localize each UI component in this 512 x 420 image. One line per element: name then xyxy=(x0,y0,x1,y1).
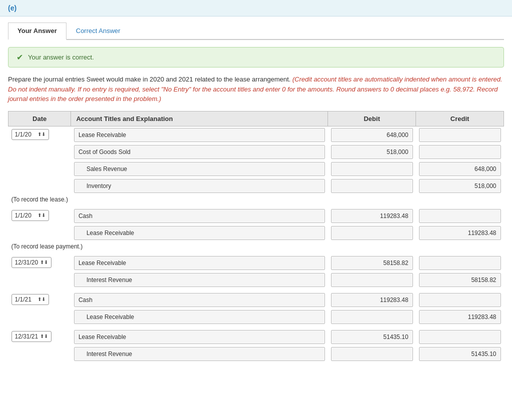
section-label: (e) xyxy=(8,4,16,12)
header-account: Account Titles and Explanation xyxy=(71,111,328,126)
account-cell: Cash xyxy=(71,208,328,224)
debit-input[interactable] xyxy=(331,226,413,240)
account-cell: Interest Revenue xyxy=(71,346,328,362)
tab-your-answer[interactable]: Your Answer xyxy=(8,22,66,40)
credit-cell: 518,000 xyxy=(416,178,504,194)
credit-input[interactable]: 51435.10 xyxy=(419,347,501,361)
credit-input[interactable] xyxy=(419,145,501,159)
checkmark-icon: ✔ xyxy=(16,52,23,62)
note-text: (To record lease payment.) xyxy=(8,242,504,252)
date-cell xyxy=(8,178,71,194)
account-input[interactable]: Lease Receivable xyxy=(74,330,325,344)
table-row: Interest Revenue58158.82 xyxy=(8,272,504,288)
account-input[interactable]: Lease Receivable xyxy=(74,226,325,240)
credit-input[interactable] xyxy=(419,293,501,307)
dropdown-arrow-icon: ⬆⬇ xyxy=(38,212,46,218)
note-text: (To record the lease.) xyxy=(8,194,504,204)
debit-cell: 58158.82 xyxy=(328,254,416,272)
credit-cell xyxy=(416,144,504,160)
date-cell xyxy=(8,160,71,178)
date-cell: 1/1/20⬆⬇ xyxy=(8,208,71,224)
credit-cell: 119283.48 xyxy=(416,308,504,326)
account-cell: Lease Receivable xyxy=(71,254,328,272)
debit-cell: 119283.48 xyxy=(328,292,416,308)
credit-input[interactable]: 648,000 xyxy=(419,162,501,176)
credit-input[interactable]: 518,000 xyxy=(419,179,501,193)
main-container: Your Answer Correct Answer ✔ Your answer… xyxy=(0,16,512,372)
debit-cell xyxy=(328,224,416,242)
account-input[interactable]: Cash xyxy=(74,209,325,223)
debit-input[interactable]: 58158.82 xyxy=(331,256,413,270)
debit-input[interactable]: 518,000 xyxy=(331,145,413,159)
debit-cell xyxy=(328,160,416,178)
account-input[interactable]: Sales Revenue xyxy=(74,162,325,176)
credit-input[interactable] xyxy=(419,256,501,270)
debit-input[interactable]: 51435.10 xyxy=(331,330,413,344)
table-row: Cost of Goods Sold518,000 xyxy=(8,144,504,160)
debit-input[interactable]: 648,000 xyxy=(331,128,413,142)
date-select[interactable]: 1/1/20⬆⬇ xyxy=(12,129,49,140)
date-select[interactable]: 1/1/20⬆⬇ xyxy=(12,210,49,221)
credit-input[interactable]: 119283.48 xyxy=(419,310,501,324)
debit-cell: 518,000 xyxy=(328,144,416,160)
account-input[interactable]: Inventory xyxy=(74,179,325,193)
success-message: Your answer is correct. xyxy=(28,54,94,61)
debit-cell: 51435.10 xyxy=(328,328,416,346)
table-row: 1/1/21⬆⬇Cash119283.48 xyxy=(8,292,504,308)
credit-input[interactable]: 58158.82 xyxy=(419,273,501,287)
credit-input[interactable] xyxy=(419,209,501,223)
debit-cell: 648,000 xyxy=(328,126,416,144)
debit-cell: 119283.48 xyxy=(328,208,416,224)
table-row: 1/1/20⬆⬇Cash119283.48 xyxy=(8,208,504,224)
note-row: (To record lease payment.) xyxy=(8,242,504,252)
account-input[interactable]: Cash xyxy=(74,293,325,307)
date-cell xyxy=(8,144,71,160)
date-select[interactable]: 12/31/20⬆⬇ xyxy=(12,257,52,268)
credit-input[interactable] xyxy=(419,330,501,344)
table-row: 12/31/21⬆⬇Lease Receivable51435.10 xyxy=(8,328,504,346)
account-cell: Inventory xyxy=(71,178,328,194)
account-input[interactable]: Lease Receivable xyxy=(74,310,325,324)
header-debit: Debit xyxy=(328,111,416,126)
credit-cell xyxy=(416,292,504,308)
account-input[interactable]: Interest Revenue xyxy=(74,347,325,361)
debit-input[interactable] xyxy=(331,179,413,193)
account-input[interactable]: Cost of Goods Sold xyxy=(74,145,325,159)
debit-cell xyxy=(328,308,416,326)
table-row: Interest Revenue51435.10 xyxy=(8,346,504,362)
date-cell: 12/31/20⬆⬇ xyxy=(8,254,71,272)
account-input[interactable]: Interest Revenue xyxy=(74,273,325,287)
credit-cell: 51435.10 xyxy=(416,346,504,362)
date-cell: 12/31/21⬆⬇ xyxy=(8,328,71,346)
dropdown-arrow-icon: ⬆⬇ xyxy=(40,334,48,339)
date-cell xyxy=(8,346,71,362)
credit-cell xyxy=(416,328,504,346)
debit-input[interactable] xyxy=(331,310,413,324)
success-banner: ✔ Your answer is correct. xyxy=(8,47,504,68)
dropdown-arrow-icon: ⬆⬇ xyxy=(38,132,46,137)
date-cell xyxy=(8,224,71,242)
account-cell: Lease Receivable xyxy=(71,224,328,242)
instruction-text: Prepare the journal entries Sweet would … xyxy=(8,74,504,104)
account-input[interactable]: Lease Receivable xyxy=(74,256,325,270)
debit-input[interactable] xyxy=(331,162,413,176)
credit-cell xyxy=(416,126,504,144)
debit-input[interactable] xyxy=(331,347,413,361)
tab-correct-answer[interactable]: Correct Answer xyxy=(66,22,130,39)
credit-input[interactable] xyxy=(419,128,501,142)
credit-cell: 58158.82 xyxy=(416,272,504,288)
debit-input[interactable] xyxy=(331,273,413,287)
account-input[interactable]: Lease Receivable xyxy=(74,128,325,142)
credit-cell xyxy=(416,254,504,272)
date-select[interactable]: 1/1/21⬆⬇ xyxy=(12,294,49,305)
table-row: Inventory518,000 xyxy=(8,178,504,194)
debit-input[interactable]: 119283.48 xyxy=(331,209,413,223)
table-row: 1/1/20⬆⬇Lease Receivable648,000 xyxy=(8,126,504,144)
date-select[interactable]: 12/31/21⬆⬇ xyxy=(12,331,52,342)
debit-input[interactable]: 119283.48 xyxy=(331,293,413,307)
credit-cell: 119283.48 xyxy=(416,224,504,242)
credit-cell: 648,000 xyxy=(416,160,504,178)
dropdown-arrow-icon: ⬆⬇ xyxy=(38,296,46,302)
header-credit: Credit xyxy=(416,111,504,126)
credit-input[interactable]: 119283.48 xyxy=(419,226,501,240)
